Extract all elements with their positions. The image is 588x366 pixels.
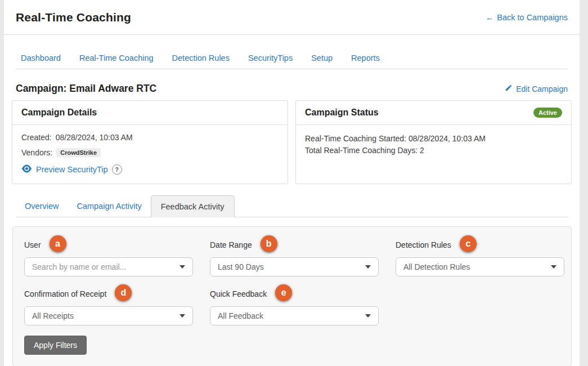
hotspot-a: a — [50, 235, 66, 252]
pencil-icon — [505, 84, 513, 93]
status-badge: Active — [533, 108, 562, 118]
dropdown-caret-icon — [551, 265, 556, 269]
created-value: 08/28/2024, 10:03 AM — [56, 133, 133, 142]
nav-item-securitytips[interactable]: SecurityTips — [248, 53, 293, 63]
date-range-label: Date Range — [210, 240, 252, 253]
campaign-status-header: Campaign Status Active — [296, 101, 571, 125]
vendors-label: Vendors: — [21, 148, 52, 157]
date-range-select-value: Last 90 Days — [218, 262, 264, 271]
vendors-line: Vendors: CrowdStrike — [21, 148, 279, 157]
nav-item-real-time-coaching[interactable]: Real-Time Coaching — [79, 53, 154, 63]
created-line: Created: 08/28/2024, 10:03 AM — [21, 133, 279, 142]
user-select[interactable]: Search by name or email... — [24, 257, 193, 276]
confirmation-select[interactable]: All Receipts — [24, 306, 193, 325]
tab-campaign-activity[interactable]: Campaign Activity — [68, 195, 150, 217]
campaign-details-body: Created: 08/28/2024, 10:03 AM Vendors: C… — [12, 125, 288, 184]
quick-feedback-select-value: All Feedback — [218, 311, 263, 320]
quick-feedback-label: Quick Feedback — [210, 289, 267, 302]
main-nav: Dashboard Real-Time Coaching Detection R… — [16, 35, 568, 69]
eye-icon — [21, 164, 32, 175]
confirmation-label-row: Confirmation of Receipt d — [24, 282, 193, 302]
vendor-chip: CrowdStrike — [56, 148, 101, 157]
preview-line: Preview SecurityTip ? — [21, 164, 279, 175]
hotspot-b: b — [261, 235, 277, 252]
tab-feedback-activity[interactable]: Feedback Activity — [151, 195, 235, 217]
apply-filters-button[interactable]: Apply Filters — [24, 336, 87, 355]
campaign-details-header: Campaign Details — [12, 101, 288, 125]
detection-rules-select-value: All Detection Rules — [403, 262, 470, 271]
coaching-days-line: Total Real-Time Coaching Days: 2 — [305, 145, 562, 157]
page-title: Real-Time Coaching — [16, 11, 131, 24]
back-to-campaigns-link[interactable]: ←Back to Campaigns — [486, 13, 568, 22]
nav-item-dashboard[interactable]: Dashboard — [21, 53, 61, 63]
detection-rules-label-row: Detection Rules c — [396, 233, 564, 253]
quick-feedback-select[interactable]: All Feedback — [210, 306, 379, 325]
user-label: User — [24, 240, 41, 253]
filter-field-quick-feedback: Quick Feedback e All Feedback — [210, 282, 379, 325]
nav-item-detection-rules[interactable]: Detection Rules — [172, 53, 230, 63]
dropdown-caret-icon — [179, 265, 185, 269]
hotspot-d: d — [115, 284, 132, 301]
tab-overview[interactable]: Overview — [16, 195, 68, 217]
campaign-status-card: Campaign Status Active Real-Time Coachin… — [295, 100, 572, 184]
hotspot-e: e — [275, 284, 292, 301]
created-label: Created: — [21, 133, 52, 142]
user-label-row: User a — [24, 233, 193, 253]
date-range-label-row: Date Range b — [210, 233, 379, 253]
dropdown-caret-icon — [365, 265, 371, 269]
filters-grid: User a Search by name or email... Date R… — [24, 233, 560, 325]
nav-item-setup[interactable]: Setup — [311, 53, 333, 63]
help-icon[interactable]: ? — [112, 164, 122, 175]
campaign-details-card: Campaign Details Created: 08/28/2024, 10… — [12, 100, 288, 184]
coaching-started-line: Real-Time Coaching Started: 08/28/2024, … — [305, 133, 562, 145]
quick-feedback-label-row: Quick Feedback e — [210, 282, 379, 302]
detection-rules-select[interactable]: All Detection Rules — [396, 257, 564, 276]
campaign-title: Campaign: Email Adware RTC — [16, 83, 156, 95]
filter-field-confirmation: Confirmation of Receipt d All Receipts — [24, 282, 193, 325]
edit-campaign-label: Edit Campaign — [516, 84, 568, 93]
filter-field-detection-rules: Detection Rules c All Detection Rules — [396, 233, 564, 276]
dropdown-caret-icon — [365, 314, 371, 318]
campaign-status-title: Campaign Status — [305, 108, 379, 118]
campaign-details-title: Campaign Details — [21, 108, 97, 118]
page-header: Real-Time Coaching ←Back to Campaigns — [4, 0, 580, 35]
hotspot-c: c — [460, 235, 477, 252]
date-range-select[interactable]: Last 90 Days — [210, 257, 379, 276]
confirmation-label: Confirmation of Receipt — [24, 289, 106, 302]
confirmation-select-value: All Receipts — [32, 311, 74, 320]
preview-securitytip-link[interactable]: Preview SecurityTip — [21, 164, 108, 175]
filter-field-user: User a Search by name or email... — [24, 233, 193, 276]
nav-item-reports[interactable]: Reports — [351, 53, 380, 63]
filter-field-date-range: Date Range b Last 90 Days — [210, 233, 379, 276]
filters-panel: User a Search by name or email... Date R… — [12, 226, 572, 366]
detection-rules-label: Detection Rules — [396, 240, 451, 253]
edit-campaign-link[interactable]: Edit Campaign — [505, 84, 568, 93]
campaign-status-body: Real-Time Coaching Started: 08/28/2024, … — [296, 125, 571, 166]
dropdown-caret-icon — [179, 314, 185, 318]
user-select-value: Search by name or email... — [32, 262, 126, 271]
campaign-cards-row: Campaign Details Created: 08/28/2024, 10… — [4, 100, 580, 184]
preview-securitytip-label: Preview SecurityTip — [36, 165, 108, 174]
main-content: Real-Time Coaching ←Back to Campaigns Da… — [4, 0, 580, 366]
campaign-header-row: Campaign: Email Adware RTC Edit Campaign — [4, 69, 580, 100]
back-arrow-icon: ← — [486, 13, 494, 22]
back-link-label: Back to Campaigns — [497, 13, 568, 22]
sub-tabs: Overview Campaign Activity Feedback Acti… — [16, 195, 568, 217]
